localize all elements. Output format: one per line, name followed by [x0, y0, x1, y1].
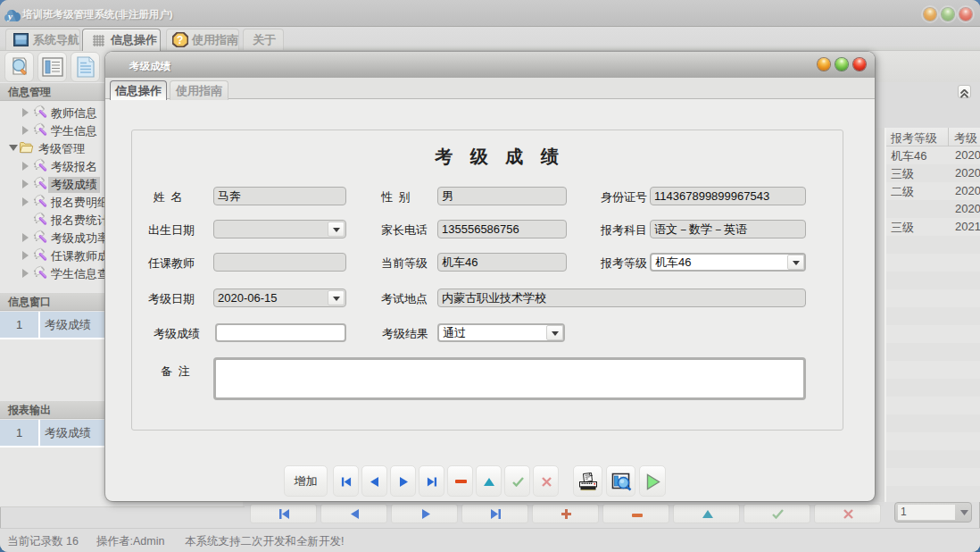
svg-text:y: y [6, 11, 12, 21]
svg-text:?: ? [177, 34, 183, 46]
